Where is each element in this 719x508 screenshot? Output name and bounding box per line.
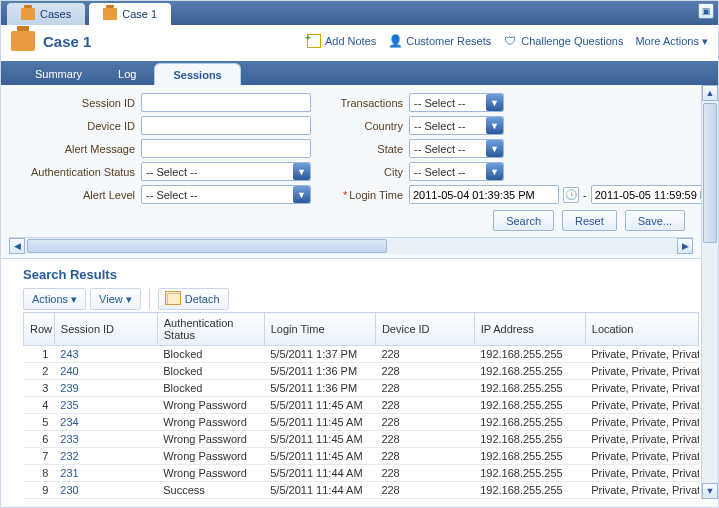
scroll-thumb[interactable]: [703, 103, 717, 243]
page-title: Case 1: [43, 33, 91, 50]
auth-status-select[interactable]: -- Select --▼: [141, 162, 311, 181]
col-row[interactable]: Row: [24, 313, 55, 346]
table-row[interactable]: 6233Wrong Password5/5/2011 11:45 AM22819…: [24, 431, 699, 448]
cell-location: Private, Private, Private: [585, 414, 698, 431]
table-row[interactable]: 5234Wrong Password5/5/2011 11:45 AM22819…: [24, 414, 699, 431]
calendar-from-icon[interactable]: 🕓: [563, 187, 579, 203]
device-id-input[interactable]: [141, 116, 311, 135]
add-notes-link[interactable]: Add Notes: [307, 34, 376, 48]
table-row[interactable]: 8231Wrong Password5/5/2011 11:44 AM22819…: [24, 465, 699, 482]
view-menu[interactable]: View▾: [90, 288, 141, 310]
tab-case-1[interactable]: Case 1: [89, 3, 171, 25]
cell-location: Private, Private, Private: [585, 482, 698, 499]
cell-device: 228: [375, 397, 474, 414]
cell-ip: 192.168.255.255: [474, 346, 585, 363]
scroll-left-button[interactable]: ◀: [9, 238, 25, 254]
tab-case-1-label: Case 1: [122, 8, 157, 20]
search-button[interactable]: Search: [493, 210, 554, 231]
state-select[interactable]: -- Select --▼: [409, 139, 504, 158]
state-value: -- Select --: [410, 143, 469, 155]
alert-message-input[interactable]: [141, 139, 311, 158]
login-time-from-input[interactable]: [409, 185, 559, 204]
cell-login: 5/5/2011 11:45 AM: [264, 397, 375, 414]
customer-resets-label: Customer Resets: [406, 35, 491, 47]
cell-session[interactable]: 231: [54, 465, 157, 482]
session-id-input[interactable]: [141, 93, 311, 112]
more-actions-menu[interactable]: More Actions ▾: [635, 35, 708, 48]
briefcase-large-icon: [11, 31, 35, 51]
cell-ip: 192.168.255.255: [474, 363, 585, 380]
cell-login: 5/5/2011 11:45 AM: [264, 448, 375, 465]
customer-resets-link[interactable]: 👤 Customer Resets: [388, 34, 491, 48]
cell-session[interactable]: 230: [54, 482, 157, 499]
col-location[interactable]: Location: [585, 313, 698, 346]
tab-sessions-label: Sessions: [173, 69, 221, 81]
cell-session[interactable]: 239: [54, 380, 157, 397]
detach-icon: [167, 293, 181, 305]
tab-cases-label: Cases: [40, 8, 71, 20]
col-login[interactable]: Login Time: [264, 313, 375, 346]
expand-panel-button[interactable]: ▣: [698, 3, 714, 19]
table-row[interactable]: 3239Blocked5/5/2011 1:36 PM228192.168.25…: [24, 380, 699, 397]
city-select[interactable]: -- Select --▼: [409, 162, 504, 181]
cell-session[interactable]: 243: [54, 346, 157, 363]
more-actions-label: More Actions: [635, 35, 699, 47]
case-header: Case 1 Add Notes 👤 Customer Resets 🛡 Cha…: [1, 25, 718, 61]
cell-login: 5/5/2011 1:37 PM: [264, 346, 375, 363]
col-session[interactable]: Session ID: [54, 313, 157, 346]
cell-row: 8: [24, 465, 55, 482]
col-auth[interactable]: Authentication Status: [157, 313, 264, 346]
horizontal-scrollbar[interactable]: ◀ ▶: [9, 237, 693, 254]
cell-location: Private, Private, Private: [585, 346, 698, 363]
state-label: State: [311, 143, 409, 155]
cell-login: 5/5/2011 11:45 AM: [264, 431, 375, 448]
cell-login: 5/5/2011 1:36 PM: [264, 363, 375, 380]
person-icon: 👤: [388, 34, 402, 48]
transactions-label: Transactions: [311, 97, 409, 109]
detach-button[interactable]: Detach: [158, 288, 229, 310]
table-row[interactable]: 9230Success5/5/2011 11:44 AM228192.168.2…: [24, 482, 699, 499]
scroll-up-button[interactable]: ▲: [702, 85, 718, 101]
tab-summary[interactable]: Summary: [17, 63, 100, 85]
alert-message-label: Alert Message: [9, 143, 141, 155]
add-notes-label: Add Notes: [325, 35, 376, 47]
cell-row: 2: [24, 363, 55, 380]
vertical-scrollbar[interactable]: ▲ ▼: [701, 85, 718, 499]
tab-cases[interactable]: Cases: [7, 3, 85, 25]
cell-session[interactable]: 234: [54, 414, 157, 431]
cell-login: 5/5/2011 11:44 AM: [264, 482, 375, 499]
hscroll-track[interactable]: [25, 238, 677, 254]
city-value: -- Select --: [410, 166, 469, 178]
table-row[interactable]: 7232Wrong Password5/5/2011 11:45 AM22819…: [24, 448, 699, 465]
table-row[interactable]: 4235Wrong Password5/5/2011 11:45 AM22819…: [24, 397, 699, 414]
col-ip[interactable]: IP Address: [474, 313, 585, 346]
scroll-down-button[interactable]: ▼: [702, 483, 718, 499]
cell-ip: 192.168.255.255: [474, 482, 585, 499]
tab-sessions[interactable]: Sessions: [154, 63, 240, 85]
alert-level-select[interactable]: -- Select --▼: [141, 185, 311, 204]
cell-session[interactable]: 235: [54, 397, 157, 414]
cell-location: Private, Private, Private: [585, 363, 698, 380]
login-time-to-input[interactable]: [591, 185, 719, 204]
transactions-select[interactable]: -- Select --▼: [409, 93, 504, 112]
scroll-right-button[interactable]: ▶: [677, 238, 693, 254]
col-device[interactable]: Device ID: [375, 313, 474, 346]
reset-button[interactable]: Reset: [562, 210, 617, 231]
table-row[interactable]: 1243Blocked5/5/2011 1:37 PM228192.168.25…: [24, 346, 699, 363]
cell-session[interactable]: 240: [54, 363, 157, 380]
cell-session[interactable]: 233: [54, 431, 157, 448]
cell-auth: Blocked: [157, 346, 264, 363]
toolbar-separator: [149, 289, 150, 309]
cell-device: 228: [375, 465, 474, 482]
tab-log[interactable]: Log: [100, 63, 154, 85]
cell-session[interactable]: 232: [54, 448, 157, 465]
scroll-track[interactable]: [702, 101, 718, 483]
chevron-down-icon: ▼: [486, 163, 503, 180]
hscroll-thumb[interactable]: [27, 239, 387, 253]
cell-device: 228: [375, 448, 474, 465]
save-button[interactable]: Save...: [625, 210, 685, 231]
actions-menu[interactable]: Actions▾: [23, 288, 86, 310]
country-select[interactable]: -- Select --▼: [409, 116, 504, 135]
challenge-questions-link[interactable]: 🛡 Challenge Questions: [503, 34, 623, 48]
table-row[interactable]: 2240Blocked5/5/2011 1:36 PM228192.168.25…: [24, 363, 699, 380]
